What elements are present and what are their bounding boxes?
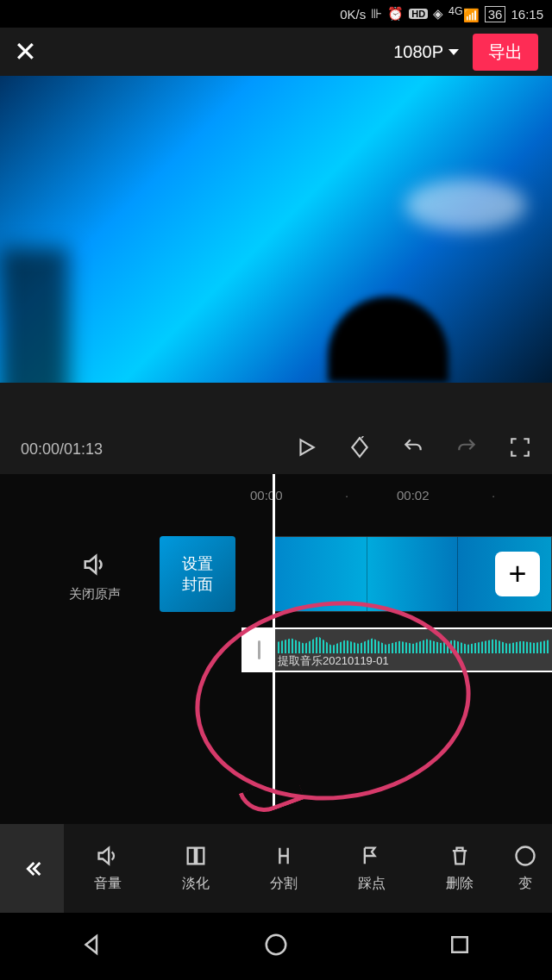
ruler-dot: · [345, 488, 348, 502]
fullscreen-button[interactable] [509, 436, 531, 462]
video-preview[interactable] [0, 76, 552, 383]
bottom-toolbar: 音量 淡化 分割 踩点 删除 变 [0, 824, 552, 913]
ruler-tick-0: 00:00 [250, 488, 283, 502]
tool-volume[interactable]: 音量 [64, 844, 152, 893]
svg-rect-0 [188, 848, 195, 865]
time-display: 00:00/01:13 [21, 440, 274, 459]
spacer [0, 383, 552, 424]
tool-fade[interactable]: 淡化 [152, 844, 240, 893]
tool-label: 变 [518, 875, 532, 893]
ruler-dot: · [492, 488, 495, 502]
clock: 16:15 [511, 7, 543, 22]
resolution-label: 1080P [393, 42, 443, 62]
status-bar: 0K/s ⊪ ⏰ HD ◈ 4G📶 36 16:15 [0, 0, 552, 28]
tool-beat[interactable]: 踩点 [328, 844, 416, 893]
volume-icon [96, 844, 120, 868]
resolution-selector[interactable]: 1080P [393, 42, 459, 62]
audio-clip[interactable]: 提取音乐20210119-01 [242, 627, 552, 672]
transform-icon [513, 844, 537, 868]
split-icon [272, 844, 296, 868]
signal-icon: 4G📶 [448, 5, 480, 23]
wifi-icon: ◈ [433, 6, 443, 22]
playback-controls: 00:00/01:13 [0, 424, 552, 474]
alarm-icon: ⏰ [387, 6, 404, 22]
mute-original-audio[interactable]: 关闭原声 [69, 552, 121, 602]
svg-rect-4 [453, 937, 468, 952]
delete-icon [448, 844, 472, 868]
keyframe-button[interactable] [348, 436, 371, 462]
ruler-tick-1: 00:02 [397, 488, 430, 502]
svg-point-3 [267, 935, 286, 955]
nav-recent[interactable] [447, 932, 473, 961]
annotation-tail [239, 773, 305, 820]
audio-clip-label: 提取音乐20210119-01 [278, 653, 549, 669]
system-nav-bar [0, 913, 552, 980]
audio-waveform [278, 634, 549, 653]
cover-label: 设置 封面 [182, 553, 213, 595]
redo-button[interactable] [455, 436, 478, 462]
hd-icon: HD [409, 9, 428, 19]
mute-label: 关闭原声 [69, 586, 121, 602]
audio-clip-handle-left[interactable] [243, 629, 274, 671]
current-time: 00:00 [21, 440, 60, 458]
annotation-circle [185, 588, 480, 814]
svg-point-2 [517, 847, 535, 865]
nav-home[interactable] [263, 932, 289, 961]
nav-back[interactable] [79, 932, 105, 961]
set-cover-button[interactable]: 设置 封面 [160, 536, 235, 612]
add-clip-button[interactable]: + [495, 552, 540, 596]
tool-split[interactable]: 分割 [240, 844, 328, 893]
network-speed: 0K/s [340, 7, 366, 22]
timeline-ruler[interactable]: 00:00 · 00:02 · [0, 474, 552, 515]
tool-label: 分割 [270, 875, 298, 893]
svg-rect-1 [197, 848, 204, 865]
tool-label: 踩点 [358, 875, 386, 893]
fade-icon [184, 844, 208, 868]
tool-label: 删除 [446, 875, 474, 893]
collapse-toolbar-button[interactable] [0, 824, 64, 913]
tool-transform[interactable]: 变 [504, 844, 547, 893]
playhead[interactable] [273, 474, 275, 808]
timeline[interactable]: 关闭原声 设置 封面 + 提取音乐20210119-01 [0, 515, 552, 824]
speaker-icon [82, 552, 108, 577]
tool-label: 淡化 [182, 875, 210, 893]
tool-label: 音量 [94, 875, 122, 893]
total-time: 01:13 [64, 440, 103, 458]
play-button[interactable] [295, 436, 317, 462]
battery-icon: 36 [485, 6, 506, 22]
beat-icon [360, 844, 384, 868]
top-bar: ✕ 1080P 导出 [0, 28, 552, 76]
tool-delete[interactable]: 删除 [416, 844, 504, 893]
undo-button[interactable] [402, 436, 424, 462]
vibrate-icon: ⊪ [371, 6, 382, 22]
export-button[interactable]: 导出 [473, 34, 538, 71]
close-button[interactable]: ✕ [14, 35, 37, 68]
